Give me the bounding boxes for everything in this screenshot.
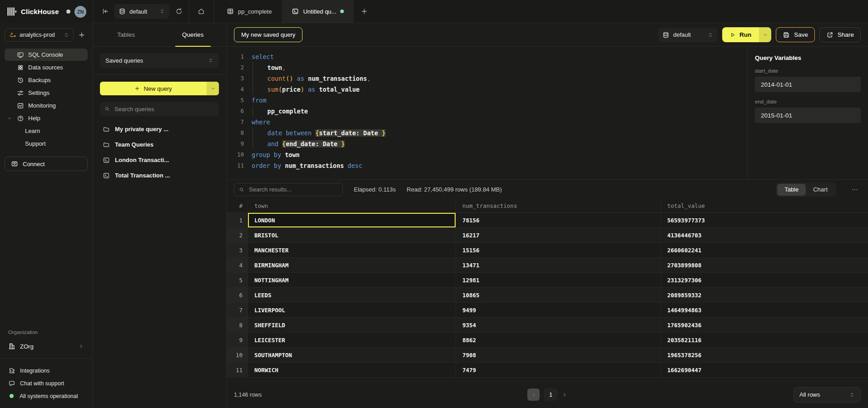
table-cell[interactable]: 2313297306 <box>660 273 868 288</box>
system-status[interactable]: All systems operational <box>5 390 88 402</box>
table-cell[interactable]: 15156 <box>456 243 660 258</box>
table-cell[interactable]: 2035821116 <box>660 333 868 348</box>
table-cell[interactable]: 78156 <box>456 213 660 228</box>
table-cell[interactable]: NOTTINGHAM <box>248 273 456 288</box>
new-tab-button[interactable] <box>357 5 371 18</box>
table-cell[interactable]: 7479 <box>456 363 660 378</box>
current-page[interactable]: 1 <box>544 388 558 401</box>
row-number[interactable]: 5 <box>227 273 248 288</box>
code-line-11[interactable]: 11order by num_transactions desc <box>233 160 747 171</box>
table-cell[interactable]: 9499 <box>456 303 660 318</box>
refresh-button[interactable] <box>172 5 186 18</box>
table-cell[interactable]: 56593977373 <box>660 213 868 228</box>
column-header-town[interactable]: town <box>248 199 456 213</box>
code-line-10[interactable]: 10group by town <box>233 149 747 160</box>
row-number[interactable]: 9 <box>227 333 248 348</box>
home-button[interactable] <box>194 5 208 18</box>
table-cell[interactable]: 16217 <box>456 228 660 243</box>
search-queries-input[interactable] <box>114 105 214 113</box>
table-cell[interactable]: 8862 <box>456 333 660 348</box>
row-number[interactable]: 10 <box>227 348 248 363</box>
tab-pp-complete[interactable]: pp_complete <box>217 0 282 23</box>
table-cell[interactable]: 1662690447 <box>660 363 868 378</box>
view-tab-table[interactable]: Table <box>777 184 806 196</box>
sidebar-item-integrations[interactable]: Integrations <box>5 365 88 376</box>
table-cell[interactable]: 9354 <box>456 318 660 333</box>
code-line-3[interactable]: 3count() as num_transactions, <box>233 73 747 84</box>
code-line-6[interactable]: 6pp_complete <box>233 106 747 117</box>
sidebar-item-chat-with-support[interactable]: Chat with support <box>5 378 88 389</box>
table-cell[interactable]: 10865 <box>456 288 660 303</box>
sidebar-item-sql-console[interactable]: SQL Console <box>5 49 88 61</box>
previous-page-button[interactable] <box>527 388 540 401</box>
table-cell[interactable]: 2703899808 <box>660 258 868 273</box>
code-line-2[interactable]: 2town, <box>233 62 747 73</box>
variable-input-start-date[interactable] <box>755 77 861 92</box>
query-list-item-london-transacti[interactable]: London Transacti... <box>100 152 219 167</box>
row-number[interactable]: 11 <box>227 363 248 378</box>
connect-button[interactable]: Connect <box>5 157 88 171</box>
sidebar-item-learn[interactable]: Learn <box>5 125 88 137</box>
table-cell[interactable]: LEEDS <box>248 288 456 303</box>
row-number[interactable]: 3 <box>227 243 248 258</box>
view-tab-chart[interactable]: Chart <box>806 184 835 196</box>
variable-input-end-date[interactable] <box>755 108 861 123</box>
sql-editor[interactable]: 1select2town,3count() as num_transaction… <box>227 47 747 179</box>
next-page-button[interactable] <box>562 392 567 398</box>
row-number[interactable]: 8 <box>227 318 248 333</box>
table-cell[interactable]: 4136446703 <box>660 228 868 243</box>
table-cell[interactable]: 2089859332 <box>660 288 868 303</box>
query-list-item-total-transaction[interactable]: Total Transaction ... <box>100 168 219 183</box>
code-line-7[interactable]: 7where <box>233 117 747 128</box>
saved-queries-select[interactable]: Saved queries <box>100 53 219 68</box>
table-cell[interactable]: NORWICH <box>248 363 456 378</box>
run-dropdown-button[interactable] <box>759 27 771 42</box>
database-select[interactable]: default <box>658 28 718 42</box>
table-cell[interactable]: BRISTOL <box>248 228 456 243</box>
connection-select[interactable]: default <box>114 4 169 19</box>
sidebar-item-data-sources[interactable]: Data sources <box>5 61 88 74</box>
row-number[interactable]: 6 <box>227 288 248 303</box>
row-number[interactable]: 7 <box>227 303 248 318</box>
table-cell[interactable]: LEICESTER <box>248 333 456 348</box>
code-line-5[interactable]: 5from <box>233 95 747 106</box>
row-number[interactable]: 2 <box>227 228 248 243</box>
save-button[interactable]: Save <box>776 27 815 42</box>
new-query-dropdown-button[interactable] <box>207 82 219 95</box>
column-header-num-transactions[interactable]: num_transactions <box>456 199 660 213</box>
code-line-1[interactable]: 1select <box>233 51 747 62</box>
table-cell[interactable]: MANCHESTER <box>248 243 456 258</box>
tab-tables[interactable]: Tables <box>93 23 159 46</box>
table-cell[interactable]: 1464994863 <box>660 303 868 318</box>
table-cell[interactable]: LIVERPOOL <box>248 303 456 318</box>
page-size-select[interactable]: All rows <box>794 387 861 403</box>
run-button[interactable]: Run <box>722 27 759 42</box>
code-line-4[interactable]: 4sum(price) as total_value <box>233 84 747 95</box>
collapse-sidebar-button[interactable] <box>99 5 112 18</box>
sidebar-item-support[interactable]: Support <box>5 138 88 150</box>
table-cell[interactable]: SHEFFIELD <box>248 318 456 333</box>
query-list-item-my-private-query[interactable]: My private query ... <box>100 122 219 137</box>
workspace-select[interactable]: analytics-prod <box>5 28 74 42</box>
avatar[interactable]: ZN <box>74 6 86 18</box>
row-number[interactable]: 4 <box>227 258 248 273</box>
column-header-total-value[interactable]: total_value <box>660 199 868 213</box>
table-cell[interactable]: LONDON <box>248 213 456 228</box>
row-number[interactable]: 1 <box>227 213 248 228</box>
results-more-button[interactable] <box>849 184 861 196</box>
query-list-item-team-queries[interactable]: Team Queries <box>100 137 219 152</box>
table-cell[interactable]: 13471 <box>456 258 660 273</box>
share-button[interactable]: Share <box>819 27 861 42</box>
tab-queries[interactable]: Queries <box>159 23 226 46</box>
table-cell[interactable]: 2660602241 <box>660 243 868 258</box>
active-query-tab[interactable]: My new saved query <box>234 27 303 42</box>
table-cell[interactable]: 1965378256 <box>660 348 868 363</box>
table-cell[interactable]: BIRMINGHAM <box>248 258 456 273</box>
table-cell[interactable]: SOUTHAMPTON <box>248 348 456 363</box>
sidebar-item-backups[interactable]: Backups <box>5 74 88 86</box>
code-line-8[interactable]: 8date between {start_date: Date } <box>233 128 747 138</box>
new-query-main-button[interactable]: New query <box>100 82 207 95</box>
table-cell[interactable]: 1765902436 <box>660 318 868 333</box>
topbar-status-dot[interactable] <box>66 10 70 14</box>
search-results-input[interactable] <box>248 186 338 193</box>
